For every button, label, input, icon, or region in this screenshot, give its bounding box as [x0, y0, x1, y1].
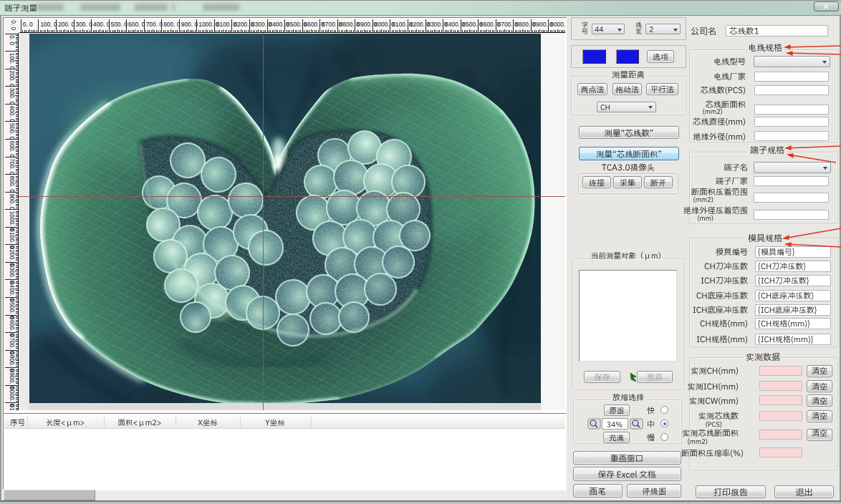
svg-text:100. 0: 100. 0: [9, 53, 16, 70]
svg-text:500. 0: 500. 0: [9, 123, 16, 140]
svg-text:500. 0: 500. 0: [111, 21, 128, 28]
svg-text:900. 0: 900. 0: [9, 193, 16, 210]
svg-text:400. 0: 400. 0: [93, 21, 110, 28]
svg-text:200. 0: 200. 0: [9, 70, 16, 87]
svg-text:800. 0: 800. 0: [163, 21, 181, 28]
svg-text:300. 0: 300. 0: [76, 21, 93, 28]
svg-text:700. 0: 700. 0: [9, 158, 16, 175]
svg-text:0100. 0: 0100. 0: [9, 404, 16, 410]
svg-text:0000. 0: 0000. 0: [550, 21, 565, 28]
svg-text:0. 0: 0. 0: [23, 21, 33, 28]
svg-text:200. 0: 200. 0: [58, 21, 75, 28]
svg-text:600. 0: 600. 0: [9, 141, 16, 158]
svg-text:300. 0: 300. 0: [9, 88, 16, 105]
svg-text:100. 0: 100. 0: [40, 21, 57, 28]
svg-text:900. 0: 900. 0: [181, 21, 198, 28]
svg-text:700. 0: 700. 0: [146, 21, 163, 28]
svg-text:800. 0: 800. 0: [9, 176, 16, 193]
svg-text:400. 0: 400. 0: [9, 105, 16, 122]
svg-text:0. 0: 0. 0: [9, 35, 16, 45]
svg-text:600. 0: 600. 0: [128, 21, 145, 28]
